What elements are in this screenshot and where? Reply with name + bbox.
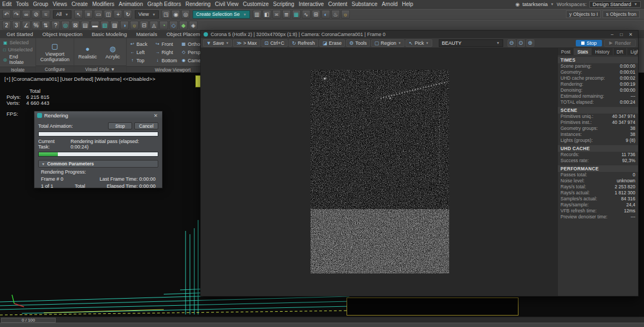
align-icon[interactable]: ≍ [272, 10, 281, 19]
render-setup-icon[interactable]: ♨ [331, 10, 340, 19]
select-by-name-icon[interactable]: ≡ [84, 10, 93, 19]
menu-item[interactable]: Arnold [380, 0, 400, 8]
common-parameters-rollout[interactable]: ▼ Common Parameters [38, 160, 158, 168]
pick-button[interactable]: ↖ Pick ▼ [406, 39, 432, 47]
stop-button[interactable]: Stop [108, 122, 132, 129]
spinner-snap-icon[interactable]: ⇅ [41, 21, 50, 29]
menu-item[interactable]: Tools [14, 0, 31, 8]
vfb-panel-tab[interactable]: Post [558, 48, 574, 55]
cancel-button[interactable]: Cancel [134, 122, 158, 129]
vfb-title-bar[interactable]: Corona 5 (Hotfix 2) | 3200x4700px (1:8) … [201, 31, 638, 38]
ribbon-viewport-button[interactable]: ↪ Front [155, 41, 181, 47]
erase-button[interactable]: ◪ Erase ▼ [319, 39, 345, 47]
user-account-name[interactable]: tatarksenia [522, 1, 547, 7]
ribbon-isolate-item[interactable]: ◎ End Isolate [3, 54, 33, 65]
render-button[interactable]: ▶ Render [604, 39, 636, 47]
material-editor-icon[interactable]: ◐ [321, 10, 330, 19]
substance-icon[interactable]: ◈ [189, 21, 198, 29]
undo-icon[interactable]: ↶ [2, 10, 11, 19]
close-button[interactable]: ✕ [626, 32, 635, 37]
menu-item[interactable]: Scripting [271, 0, 296, 8]
ribbon-isolate-item[interactable]: □ Unselected [3, 47, 33, 52]
viewport-canvas-icon[interactable]: ▨ [110, 21, 119, 29]
maximize-button[interactable]: □ [617, 32, 626, 37]
mirror-icon[interactable]: ◧ [263, 10, 271, 19]
ribbon-viewport-button[interactable]: ↑ Top [130, 58, 155, 63]
select-and-scale-icon[interactable]: ◳ [162, 10, 170, 19]
menu-item[interactable]: Group [31, 0, 51, 8]
ribbon-isolate-item[interactable]: ▣ Selected [3, 40, 33, 45]
select-and-manipulate-icon[interactable]: ◎ [181, 10, 190, 19]
light-lister-icon[interactable]: ☼ [130, 21, 139, 29]
snap-2d-icon[interactable]: 2 [2, 21, 11, 29]
schematic-view-icon[interactable]: ⊞ [312, 10, 320, 19]
isolate-selection-toggle-icon[interactable]: ◎ [61, 21, 70, 29]
minimize-button[interactable]: – [607, 32, 617, 37]
viewport-configuration-button[interactable]: ▢ Viewport Configuration [39, 40, 70, 64]
menu-item[interactable]: Help [399, 0, 415, 8]
ribbon-tab[interactable]: Object Inspection ▼ [38, 31, 87, 38]
ribbon-viewport-button[interactable]: → Right [155, 50, 181, 55]
angle-snap-icon[interactable]: ∠ [22, 21, 31, 29]
ribbon-group-caption[interactable]: Visual Style ▼ [74, 66, 126, 73]
rectangular-selection-icon[interactable]: ▭ [94, 10, 103, 19]
stop-render-button[interactable]: Stop [576, 40, 603, 46]
tools-button[interactable]: ⚙ Tools ▼ [346, 39, 370, 47]
unlink-selection-icon[interactable]: ⊘ [32, 10, 40, 19]
toolbar-overflow-button[interactable]: s Objects fron [603, 10, 640, 18]
selection-lock-icon[interactable]: ⊠ [71, 21, 80, 29]
use-pivot-center-icon[interactable]: ◉ [171, 10, 180, 19]
close-icon[interactable]: ✕ [152, 113, 159, 118]
state-sets-icon[interactable]: ⊟ [140, 21, 148, 29]
menu-item[interactable]: Graph Editors [145, 0, 183, 8]
copy-button[interactable]: ⊡ Ctrl+C ▼ [261, 39, 288, 47]
ribbon-group-caption[interactable]: Isolate [0, 67, 35, 73]
select-and-link-icon[interactable]: ∞ [22, 10, 31, 19]
bind-to-spacewarp-icon[interactable]: ≈ [41, 10, 50, 19]
menu-item[interactable]: Modifiers [90, 0, 117, 8]
ribbon-group-caption[interactable]: Configure [36, 66, 74, 73]
scene-explorer-icon[interactable]: ▦ [292, 10, 301, 19]
menu-item[interactable]: Rendering [183, 0, 213, 8]
ribbon-viewport-button[interactable]: ↩ Back [130, 41, 155, 47]
snap-3d-icon[interactable]: 3 [12, 21, 21, 29]
zoom-in-button[interactable]: ⊕ [526, 39, 534, 47]
menu-item[interactable]: Civil View [213, 0, 241, 8]
visual-style-button[interactable]: ● Realistic [77, 45, 99, 60]
zoom-fit-button[interactable]: ⊙ [517, 39, 525, 47]
toolbar-overflow-button[interactable]: y Objects to I [566, 10, 601, 18]
menu-item[interactable]: Interactive [296, 0, 326, 8]
dialog-title-bar[interactable]: Rendering ✕ [34, 111, 162, 120]
vfb-panel-tab[interactable]: LightMix [627, 48, 638, 55]
refresh-button[interactable]: ↻ Refresh ▼ [289, 39, 318, 47]
menu-item[interactable]: Content [326, 0, 349, 8]
active-viewport-border[interactable] [347, 298, 518, 316]
selection-filter-dropdown[interactable]: All▼ [53, 10, 71, 19]
vfb-canvas[interactable] [201, 48, 557, 296]
vfb-panel-tab[interactable]: DR [613, 48, 627, 55]
material-explorer-icon[interactable]: ◑ [120, 21, 129, 29]
ribbon-viewport-button[interactable]: ← Left [130, 50, 155, 55]
layer-manager-icon[interactable]: ≣ [282, 10, 291, 19]
viewport-header-label[interactable]: [+] [CoronaCamera001] [User Defined] [Wi… [4, 76, 155, 82]
render-element-dropdown[interactable]: BEAUTY ▼ [439, 39, 503, 47]
keyboard-override-icon[interactable]: ? [51, 21, 60, 29]
ribbon-tab[interactable]: Get Started ▼ [2, 31, 38, 38]
reference-coordinate-dropdown[interactable]: View▼ [135, 10, 159, 19]
populate-icon[interactable]: ◔ [159, 21, 168, 29]
menu-item[interactable]: Substance [349, 0, 379, 8]
select-and-move-icon[interactable]: + [114, 10, 122, 19]
save-button[interactable]: ▼ Save ▼ [203, 39, 232, 47]
workspace-dropdown[interactable]: Design Standard ▼ [589, 1, 641, 8]
manage-layers-icon[interactable]: ▤ [81, 21, 90, 29]
curve-editor-icon[interactable]: ∿ [302, 10, 311, 19]
select-and-rotate-icon[interactable]: ↻ [123, 10, 132, 19]
visual-style-button[interactable]: ◍ Acrylic [102, 45, 124, 60]
window-crossing-icon[interactable]: ◫ [104, 10, 112, 19]
menu-item[interactable]: Customize [241, 0, 271, 8]
select-object-icon[interactable]: ↖ [74, 10, 83, 19]
civil-view-icon[interactable]: ◆ [179, 21, 188, 29]
graphite-ribbon-toggle-icon[interactable]: ▬ [91, 21, 99, 29]
vfb-panel-tab[interactable]: Stats [574, 48, 592, 55]
menu-item[interactable]: Views [50, 0, 69, 8]
